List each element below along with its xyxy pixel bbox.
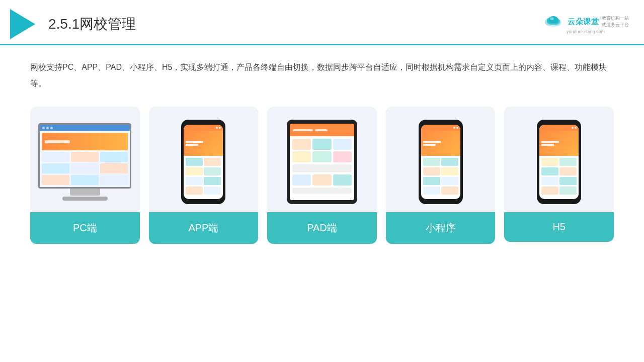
mini-phone-body xyxy=(419,120,463,204)
mini-phone-mockup xyxy=(419,120,463,204)
card-h5: H5 xyxy=(504,107,614,242)
h5-phone-mockup xyxy=(537,120,581,204)
brand-logo: 云朵课堂 教育机构一站 式服务云平台 yunduoketang.com xyxy=(542,14,629,34)
brand-description: 教育机构一站 式服务云平台 xyxy=(602,15,629,29)
card-h5-label: H5 xyxy=(504,212,614,242)
pc-screen xyxy=(38,123,131,189)
card-h5-image xyxy=(504,107,614,212)
app-phone-body xyxy=(181,120,225,204)
tablet-screen xyxy=(290,124,354,200)
card-app: APP端 xyxy=(149,107,259,244)
title-main: 网校管理 xyxy=(79,16,136,32)
card-miniprogram-image xyxy=(386,107,496,212)
pc-mockup xyxy=(38,123,132,201)
brand-row: 云朵课堂 教育机构一站 式服务云平台 xyxy=(542,14,629,29)
card-pad-image xyxy=(267,107,377,212)
card-pc-image xyxy=(30,107,140,212)
svg-point-6 xyxy=(548,16,558,24)
card-pc: PC端 xyxy=(30,107,140,244)
h5-phone-screen xyxy=(539,125,579,199)
card-pc-label: PC端 xyxy=(30,212,140,244)
brand-desc-line1: 教育机构一站 xyxy=(602,15,629,22)
description-text: 网校支持PC、APP、PAD、小程序、H5，实现多端打通，产品各终端自由切换，数… xyxy=(30,59,614,92)
cards-container: PC端 xyxy=(30,107,614,244)
card-pad-label: PAD端 xyxy=(267,212,377,244)
tablet-mockup xyxy=(287,120,357,204)
card-miniprogram-label: 小程序 xyxy=(386,212,496,244)
description-body: 网校支持PC、APP、PAD、小程序、H5，实现多端打通，产品各终端自由切换，数… xyxy=(30,63,607,87)
card-pad: PAD端 xyxy=(267,107,377,244)
card-miniprogram: 小程序 xyxy=(386,107,496,244)
mini-phone-screen xyxy=(421,125,460,199)
page-title: 2.5.1网校管理 xyxy=(48,15,136,34)
card-app-image xyxy=(149,107,259,212)
card-app-label: APP端 xyxy=(149,212,259,244)
svg-point-7 xyxy=(550,17,553,20)
logo-triangle-icon xyxy=(10,9,35,39)
main-content: 网校支持PC、APP、PAD、小程序、H5，实现多端打通，产品各终端自由切换，数… xyxy=(0,45,644,254)
cloud-icon xyxy=(542,14,565,29)
header-left: 2.5.1网校管理 xyxy=(10,9,136,39)
title-prefix: 2.5.1 xyxy=(48,16,79,32)
brand-url: yunduoketang.com xyxy=(567,29,605,34)
brand-desc-line2: 式服务云平台 xyxy=(602,22,629,29)
h5-phone-body xyxy=(537,120,581,204)
app-phone-screen xyxy=(184,125,223,199)
tablet-body xyxy=(287,120,357,204)
header: 2.5.1网校管理 云朵课堂 教育机构一站 式服务云平台 yunduoke xyxy=(0,0,644,45)
app-phone-mockup xyxy=(181,120,225,204)
brand-name: 云朵课堂 xyxy=(568,17,599,27)
